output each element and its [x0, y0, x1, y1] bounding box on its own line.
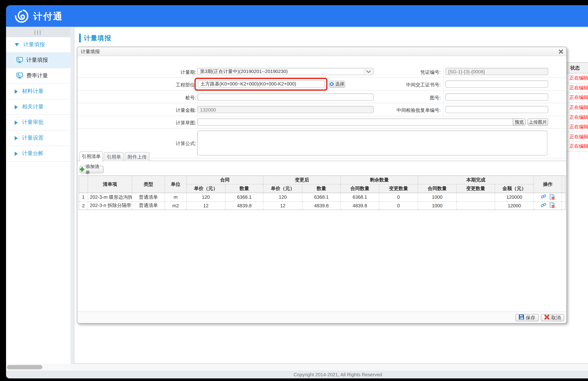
- table-row[interactable]: 1 202-3-m 碟形边沟拆除 普通清单 m 120 6368.1 120 6…: [79, 193, 565, 201]
- status-table-row[interactable]: 正在编辑: [563, 83, 588, 93]
- title-accent-bar: [79, 34, 81, 42]
- voucher-field[interactable]: {SG-1}-{3}-{0008}: [445, 68, 548, 75]
- upload-image-button[interactable]: 上传图片: [527, 118, 548, 126]
- sketch-field[interactable]: [197, 118, 513, 126]
- chevron-right-icon: [15, 120, 18, 125]
- drawing-label: 图号:: [380, 95, 441, 101]
- tab-strip: 引用清单 引用单 附件上传: [77, 151, 566, 161]
- add-list-button[interactable]: 添加清单: [80, 166, 104, 173]
- cancel-button[interactable]: 取消: [541, 314, 564, 321]
- col-type[interactable]: 类型: [132, 176, 165, 193]
- status-table-row[interactable]: 正在编辑: [563, 73, 588, 83]
- col-contract-price[interactable]: 单价（元）: [186, 184, 225, 193]
- measure-fill-dialog: 计量填报 计量期: 第3期: [77, 47, 567, 324]
- preview-button[interactable]: 预览: [513, 118, 526, 126]
- inspection-field[interactable]: [445, 106, 548, 113]
- formula-label: 计算公式:: [176, 140, 196, 147]
- status-table-row[interactable]: 正在编辑: [563, 142, 588, 151]
- tab-yinyong-dan[interactable]: 引用单: [104, 152, 124, 161]
- chevron-right-icon: [15, 151, 18, 156]
- status-table-row[interactable]: 正在编辑: [563, 103, 588, 112]
- col-rownum: [79, 176, 88, 193]
- col-remaining-change-qty[interactable]: 变更数量: [379, 184, 418, 193]
- sidebar-hscrollbar[interactable]: [6, 364, 70, 371]
- col-amount[interactable]: 金额（元）: [495, 184, 534, 193]
- col-current-change-qty[interactable]: 变更数量: [456, 184, 495, 193]
- sidebar-hscrollbar-thumb[interactable]: [7, 365, 42, 369]
- header-row-groups: 清单项 类型 单位 合同 变更后 剩余数量 本期完成 操作: [79, 176, 565, 184]
- inspection-label: 中间检验批复单编号:: [380, 107, 441, 114]
- remove-row-icon[interactable]: [549, 194, 555, 200]
- sidebar-item-jiliang-taizhang[interactable]: 计量台帐: [6, 146, 70, 162]
- stake-field[interactable]: [197, 93, 374, 101]
- col-action: 操作: [534, 176, 562, 193]
- status-badge: 正在编辑: [563, 114, 588, 120]
- choose-icon: [330, 82, 334, 87]
- col-item[interactable]: 清单项: [88, 176, 132, 193]
- brand: 计付通: [14, 8, 63, 25]
- period-select[interactable]: 第3期(正在计量中)(20190201--20190230): [197, 68, 374, 75]
- measure-list-header: 状态 操作: [563, 62, 588, 73]
- drawing-field[interactable]: [445, 93, 548, 101]
- chevron-right-icon: [15, 136, 18, 140]
- measure-list-rows: 正在编辑: [563, 73, 588, 151]
- dialog-footer: 保存 取消: [77, 312, 566, 323]
- save-button[interactable]: 保存: [515, 314, 539, 321]
- bottom-strip: [70, 364, 588, 371]
- plus-icon: [80, 167, 84, 172]
- status-badge: 正在编辑: [563, 124, 588, 130]
- stake-label: 桩号:: [185, 95, 196, 101]
- status-table-row[interactable]: 正在编辑: [563, 132, 588, 142]
- status-badge: 正在编辑: [563, 143, 588, 150]
- col-remaining-contract-qty[interactable]: 合同数量: [341, 184, 379, 193]
- link-icon[interactable]: [541, 203, 546, 209]
- handover-field[interactable]: [445, 80, 548, 88]
- tab-fujian-shangchuan[interactable]: 附件上传: [125, 152, 149, 161]
- col-changed-qty[interactable]: 数量: [302, 184, 341, 193]
- amount-field[interactable]: 132000: [197, 106, 374, 113]
- group-changed: 变更后: [263, 176, 341, 184]
- sidebar-item-xiangguan-jiliang[interactable]: 相关计量: [6, 99, 70, 115]
- sidebar: ||| 计量填报 计量填报: [6, 27, 70, 364]
- col-changed-price[interactable]: 单价（元）: [263, 184, 302, 193]
- group-current: 本期完成: [418, 176, 534, 184]
- status-badge: 正在编辑: [563, 75, 588, 81]
- sidebar-item-cailiao-jiliang[interactable]: 材料计量: [6, 84, 70, 99]
- close-icon[interactable]: [557, 48, 564, 55]
- status-table-row[interactable]: 正在编辑: [563, 112, 588, 122]
- choose-button[interactable]: 选择: [329, 81, 345, 88]
- link-icon[interactable]: [541, 194, 546, 200]
- sidebar-item-jiliang-tianbao[interactable]: 计量填报: [6, 53, 70, 68]
- save-icon: [519, 315, 524, 320]
- tab-yinyong-qingdan[interactable]: 引用清单: [80, 151, 103, 162]
- detail-table: 清单项 类型 单位 合同 变更后 剩余数量 本期完成 操作 单价（元） 数量 单…: [79, 175, 566, 210]
- sidebar-item-jiliang-shenpi[interactable]: 计量审批: [6, 115, 70, 130]
- app-logo-icon: [14, 8, 29, 25]
- col-spacer: [562, 176, 565, 193]
- sidebar-item-jiliang-shezhi[interactable]: 计量设置: [6, 130, 70, 146]
- measure-list-table: 状态 操作 正在编辑: [563, 62, 588, 151]
- part-field[interactable]: 土方路基(K0+000~K2+000)(K0+000-K2+000): [198, 80, 325, 88]
- voucher-label: 凭证编号:: [380, 69, 441, 76]
- amount-label: 计量金额:: [176, 107, 196, 114]
- part-label: 工程部位:: [176, 82, 196, 88]
- status-badge: 正在编辑: [563, 133, 588, 140]
- status-table-row[interactable]: 正在编辑: [563, 122, 588, 132]
- status-badge: 正在编辑: [563, 85, 588, 91]
- sidebar-item-feilv-jiliang[interactable]: 费率计量: [6, 68, 70, 84]
- col-unit[interactable]: 单位: [165, 176, 186, 193]
- status-table-row[interactable]: 正在编辑: [563, 93, 588, 103]
- remove-row-icon[interactable]: [549, 202, 555, 209]
- sidebar-collapse-handle[interactable]: |||: [6, 27, 70, 37]
- sidebar-item-jiliang-tianbao-group[interactable]: 计量填报: [6, 37, 70, 53]
- chevron-down-icon: [364, 69, 373, 74]
- group-contract: 合同: [186, 176, 263, 184]
- top-header: 计付通 通知: [6, 5, 588, 27]
- grip-icon: |||: [34, 29, 42, 35]
- monitor-icon: [17, 72, 23, 79]
- col-contract-qty[interactable]: 数量: [225, 184, 263, 193]
- dialog-header[interactable]: 计量填报: [77, 47, 566, 56]
- table-row[interactable]: 2 202-3-n 拆除分隔带（台 普通清单 m2 12 4839.8 12 4…: [79, 201, 565, 210]
- page-title-block: 计量填报: [79, 34, 111, 42]
- col-current-contract-qty[interactable]: 合同数量: [418, 184, 456, 193]
